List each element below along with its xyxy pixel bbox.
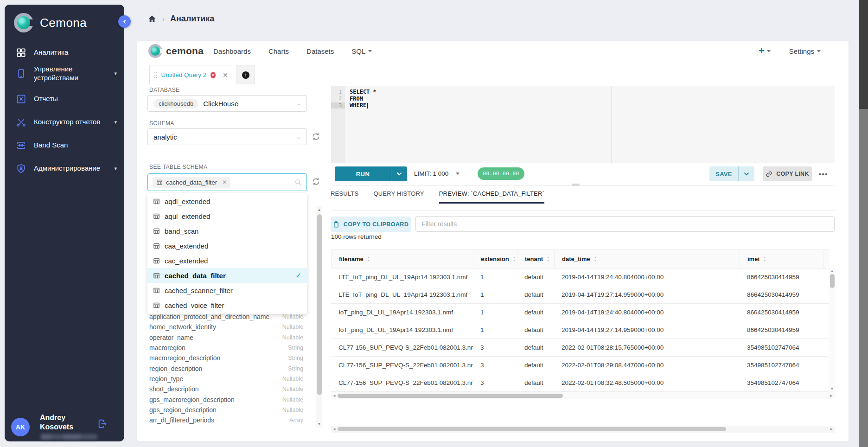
sort-icon[interactable]: ▲▼ — [367, 256, 370, 262]
scroll-up-icon[interactable]: ▲ — [316, 208, 322, 212]
column-header[interactable]: date_time ▲▼ — [554, 250, 740, 268]
table-dropdown-option[interactable]: aqul_extended ✓ — [147, 209, 307, 224]
table-row: IoT_ping_DL_UL_19Apr14 192303.1.nmf 1 de… — [331, 304, 829, 321]
logout-button[interactable] — [97, 419, 108, 429]
table-vertical-scrollbar[interactable]: ▲ ▼ — [829, 268, 835, 392]
save-button-group: SAVE — [709, 166, 754, 181]
pane-resize-handle[interactable] — [572, 184, 580, 187]
limit-dropdown[interactable]: LIMIT: 1 000 — [414, 170, 460, 177]
sort-icon[interactable]: ▲▼ — [513, 256, 516, 262]
tab-preview[interactable]: PREVIEW: `CACHED_DATA_FILTER` — [439, 190, 544, 204]
column-type: Nullable — [282, 386, 303, 392]
add-new-button[interactable]: + — [759, 45, 771, 57]
scrollbar-thumb[interactable] — [830, 274, 835, 288]
add-query-tab-button[interactable]: + — [236, 65, 255, 84]
sidebar-item-analytics[interactable]: Аналитика — [16, 47, 117, 58]
cell-extension: 1 — [473, 304, 517, 321]
home-icon[interactable] — [147, 14, 157, 24]
refresh-schema-button[interactable] — [311, 132, 321, 141]
cell-extension: 3 — [473, 339, 517, 356]
column-header[interactable]: me ▲▼ — [823, 250, 829, 268]
run-button[interactable]: RUN — [335, 166, 391, 181]
scroll-down-icon[interactable]: ▼ — [316, 422, 322, 426]
table-dropdown-option[interactable]: cached_data_filter ✓ — [147, 268, 307, 283]
scroll-left-icon[interactable]: ◄ — [332, 394, 336, 398]
run-button-group: RUN — [335, 166, 407, 181]
run-options-button[interactable] — [391, 166, 407, 181]
panel-horizontal-scrollbar[interactable]: ◄ ► — [331, 426, 835, 433]
cell-date-time: 2019-04-14T19:27:14.959000+00:00 — [554, 321, 740, 338]
drag-handle-icon[interactable] — [154, 72, 155, 73]
more-options-button[interactable]: ••• — [816, 166, 831, 181]
table-dropdown-option[interactable]: caa_extended ✓ — [147, 238, 307, 253]
column-header[interactable]: extension ▲▼ — [473, 250, 517, 268]
page-vertical-scrollbar[interactable] — [859, 0, 868, 447]
table-icon — [153, 243, 160, 249]
scrollbar-thumb[interactable] — [338, 394, 563, 398]
column-type: Nullable — [282, 313, 303, 320]
sidebar-item-reports[interactable]: Отчеты — [16, 94, 117, 104]
column-header-label: extension — [481, 255, 509, 262]
database-value: ClickHouse — [203, 100, 238, 108]
nav-dashboards[interactable]: Dashboards — [213, 47, 251, 55]
nav-sql[interactable]: SQL — [351, 47, 372, 55]
close-tab-icon[interactable]: ✕ — [223, 71, 228, 79]
schema-select[interactable]: analytic ⌄ — [147, 128, 307, 145]
tab-query-history[interactable]: QUERY HISTORY — [373, 190, 424, 204]
column-header[interactable]: filename ▲▼ — [331, 250, 473, 268]
sort-icon[interactable]: ▲▼ — [594, 256, 597, 262]
cell-me — [823, 304, 829, 321]
copy-link-button[interactable]: COPY LINK — [763, 166, 812, 181]
cell-filename: LTE_IoT_ping_DL_UL_19Apr14 192303.1.nmf — [331, 268, 473, 286]
scrollbar-thumb[interactable] — [317, 214, 322, 395]
save-options-button[interactable] — [738, 166, 754, 181]
column-name: application_protocol_and_direction_name — [149, 313, 269, 320]
refresh-tables-button[interactable] — [311, 177, 321, 186]
table-dropdown-option[interactable]: band_scan ✓ — [147, 224, 307, 238]
copy-to-clipboard-button[interactable]: COPY TO CLIPBOARD — [331, 217, 411, 232]
preview-table-body: LTE_IoT_ping_DL_UL_19Apr14 192303.1.nmf … — [331, 268, 829, 392]
sql-lab-card: cemona Dashboards Charts Datasets SQL + … — [137, 41, 849, 441]
table-row: CL77-156_SUP_PEVQ-S_22Feb01 082001.3.nmf… — [331, 374, 829, 392]
scroll-down-icon[interactable]: ▼ — [829, 387, 835, 391]
sql-editor[interactable]: 1 SELECT * 2 FROM 3 WHERE — [331, 86, 835, 163]
table-horizontal-scrollbar[interactable]: ◄ ► — [331, 392, 835, 399]
settings-menu[interactable]: Settings — [789, 47, 821, 55]
table-dropdown-option[interactable]: aqdl_extended ✓ — [147, 194, 307, 209]
query-tab[interactable]: Untitled Query 2 ✕ ✕ — [149, 65, 233, 84]
database-select[interactable]: clickhousedb ClickHouse ⌄ — [147, 95, 307, 112]
dashboard-icon — [16, 47, 26, 58]
filter-results-input[interactable] — [415, 216, 835, 232]
column-header[interactable]: imei ▲▼ — [740, 250, 823, 268]
scrollbar-thumb[interactable] — [338, 427, 726, 431]
scroll-left-icon[interactable]: ◄ — [332, 427, 336, 431]
remove-chip-icon[interactable]: ✕ — [220, 179, 227, 185]
table-icon — [153, 213, 160, 220]
tab-results[interactable]: RESULTS — [331, 190, 358, 204]
cell-filename: CL77-156_SUP_PEVQ-S_22Feb01 082001.3.nmf — [331, 374, 473, 391]
scroll-right-icon[interactable]: ► — [830, 394, 833, 398]
nav-datasets[interactable]: Datasets — [306, 47, 334, 55]
sidebar-item-label: Управление устройствами — [34, 65, 104, 83]
table-select[interactable]: cached_data_filter ✕ — [147, 173, 307, 191]
scroll-up-icon[interactable]: ▲ — [829, 269, 835, 273]
column-header[interactable]: tenant ▲▼ — [517, 250, 554, 268]
sort-icon[interactable]: ▲▼ — [547, 256, 549, 262]
scroll-right-icon[interactable]: ► — [830, 427, 833, 431]
table-dropdown-option[interactable]: cached_voice_filter ✓ — [147, 298, 307, 313]
sidebar-item-band-scan[interactable]: Band Scan — [16, 140, 117, 151]
sort-icon[interactable]: ▲▼ — [763, 256, 766, 262]
sidebar-item-administration[interactable]: Администрирование ▾ — [16, 163, 117, 174]
line-code: FROM — [345, 96, 363, 102]
table-dropdown-option[interactable]: cached_scanner_filter ✓ — [147, 283, 307, 298]
save-button[interactable]: SAVE — [709, 166, 738, 181]
sidebar-collapse-button[interactable] — [118, 15, 131, 28]
sidebar-item-report-builder[interactable]: Конструктор отчетов ▾ — [16, 117, 117, 128]
sidebar-item-device-management[interactable]: Управление устройствами ▾ — [16, 65, 117, 83]
left-panel-scrollbar[interactable]: ▲ ▼ — [316, 206, 322, 428]
cell-filename: IoT_ping_DL_UL_19Apr14 192303.1.nmf — [331, 304, 473, 321]
table-dropdown-option[interactable]: cac_extended ✓ — [147, 253, 307, 268]
nav-charts[interactable]: Charts — [268, 47, 289, 55]
preview-table-header: filename ▲▼ extension ▲▼ tenant ▲▼ — [331, 250, 829, 268]
scrollbar-thumb[interactable] — [859, 0, 868, 109]
